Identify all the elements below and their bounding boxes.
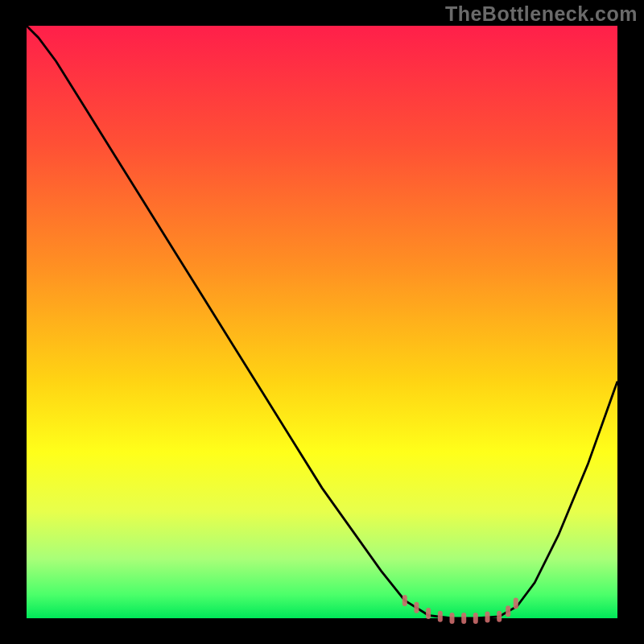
watermark-text: TheBottleneck.com	[445, 2, 638, 26]
accent-tick	[514, 598, 518, 609]
accent-tick	[414, 602, 419, 613]
accent-tick	[497, 611, 502, 622]
accent-tick	[438, 611, 443, 622]
accent-tick	[506, 605, 510, 617]
accent-tick	[461, 613, 466, 624]
bottleneck-chart	[0, 0, 644, 644]
plot-background	[27, 26, 617, 618]
accent-tick	[402, 595, 407, 606]
accent-tick	[473, 613, 478, 624]
chart-container: TheBottleneck.com	[0, 0, 644, 644]
accent-tick	[426, 608, 431, 619]
accent-tick	[450, 613, 455, 624]
accent-tick	[485, 612, 490, 623]
